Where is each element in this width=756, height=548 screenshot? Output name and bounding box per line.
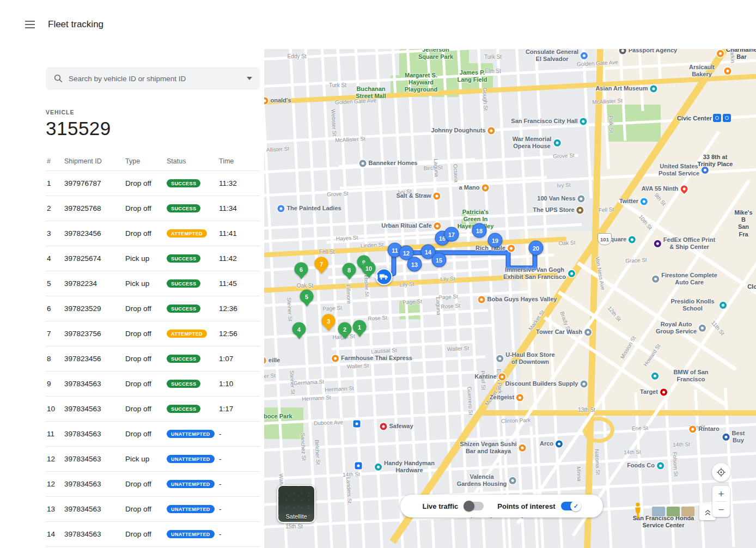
poi-label[interactable]: San Francisco City Hall — [511, 118, 587, 125]
poi-label[interactable]: eille — [264, 357, 280, 364]
poi-label[interactable]: Presidio Knolls School — [668, 298, 727, 312]
poi-label[interactable]: Handy Handyman Hardware — [375, 460, 435, 474]
poi-label[interactable] — [355, 462, 364, 470]
search-input[interactable] — [69, 75, 241, 83]
poi-label[interactable]: Firestone Complete Auto Care — [652, 272, 717, 286]
muni-station-icon[interactable] — [713, 114, 721, 122]
thumbnail-icon[interactable] — [681, 507, 694, 516]
poi-label[interactable]: Passport Agency — [619, 49, 677, 54]
poi-label[interactable]: Zeitgeist — [490, 394, 523, 401]
poi-label[interactable]: Civic Center — [677, 115, 712, 122]
poi-label[interactable]: a Mano — [459, 184, 489, 191]
poi-label[interactable]: Boba Guys Hayes Valley — [478, 296, 557, 303]
stop-marker[interactable]: 3 — [322, 314, 336, 328]
table-row[interactable]: 8 397823456 Drop off SUCCESS 1:07 — [46, 346, 260, 371]
table-row[interactable]: 12 397834563 Drop off UNATTEMPTED - — [46, 471, 260, 496]
poi-label[interactable]: Arsicault Bakery — [682, 64, 731, 78]
stop-marker[interactable]: 15 — [432, 253, 446, 267]
table-row[interactable]: 7 397823756 Drop off ATTEMPTED 12:56 — [46, 321, 260, 346]
stop-marker[interactable]: 6 — [295, 263, 308, 276]
poi-label[interactable]: The UPS Store — [533, 206, 583, 214]
stop-marker[interactable]: 8 — [343, 263, 356, 277]
poi-label[interactable]: War Memorial Opera House — [513, 136, 561, 150]
poi-label[interactable]: Valencia Gardens Housing — [457, 473, 516, 488]
points-of-interest-toggle[interactable]: ✓ — [561, 502, 581, 510]
pegman-control[interactable] — [633, 502, 642, 522]
table-row[interactable]: 5 39782234 Pick up SUCCESS 11:45 — [46, 271, 260, 296]
map[interactable]: Eddy St Turk St Turk St Elm St Golden Ga… — [264, 49, 756, 548]
my-location-button[interactable] — [712, 463, 730, 482]
poi-label[interactable]: Asian Art Museum — [595, 85, 657, 92]
poi-label[interactable]: Buchanan Street Mall — [356, 86, 386, 100]
poi-label[interactable]: Clo — [747, 283, 756, 290]
poi-label[interactable]: Rintaro — [689, 425, 720, 433]
stop-marker[interactable]: 19 — [489, 234, 502, 247]
stop-marker[interactable]: 10 — [362, 261, 376, 275]
table-row[interactable]: 9 397834563 Drop off SUCCESS 1:10 — [46, 371, 260, 396]
poi-label[interactable]: Tower Car Wash — [536, 328, 592, 336]
stop-marker[interactable]: 7 — [315, 257, 328, 271]
poi-label[interactable]: Mike's B San Fra — [734, 209, 752, 238]
poi-label[interactable]: Safeway — [380, 423, 413, 430]
poi-label[interactable]: The Painted Ladies — [277, 205, 341, 212]
poi-label[interactable]: Banneker Homes — [359, 160, 418, 167]
poi-label[interactable]: Duboce Park — [264, 413, 292, 420]
stop-marker[interactable]: 18 — [473, 224, 486, 238]
poi-label[interactable]: onald's — [264, 97, 291, 104]
poi-label[interactable]: Immersive Van Gogh Exhibit San Francisco — [503, 266, 575, 281]
menu-button[interactable] — [25, 20, 38, 29]
satellite-toggle[interactable]: Satellite — [277, 485, 315, 523]
poi-label[interactable]: Shizen Vegan Sushi Bar and Izakaya — [460, 441, 526, 455]
poi-label[interactable]: Royal Auto Group Service — [656, 321, 706, 335]
poi-label[interactable]: Charmaine Bar — [717, 49, 756, 60]
stop-marker[interactable]: 13 — [408, 258, 422, 271]
table-row[interactable]: 10 397834563 Drop off SUCCESS 1:17 — [46, 396, 260, 421]
search-box[interactable] — [46, 67, 260, 90]
table-row[interactable]: 6 397823529 Drop off SUCCESS 12:36 — [46, 296, 260, 321]
poi-label[interactable]: FedEx Office Print & Ship Center — [654, 236, 715, 251]
stop-marker[interactable]: 4 — [292, 322, 306, 336]
poi-label[interactable]: 100 Van Ness — [537, 195, 584, 202]
live-traffic-toggle[interactable] — [464, 502, 484, 510]
poi-label[interactable]: Twitter — [619, 198, 648, 205]
table-row[interactable]: 1 397976787 Drop off SUCCESS 11:32 — [46, 171, 260, 196]
table-row[interactable]: 13 397834563 Drop off UNATTEMPTED - — [46, 496, 260, 521]
zoom-in-button[interactable]: + — [712, 486, 730, 501]
stop-marker[interactable]: 5 — [300, 290, 314, 303]
stop-marker[interactable]: 17 — [445, 228, 459, 241]
imagery-thumbnails[interactable] — [652, 507, 694, 516]
poi-label[interactable]: Target — [640, 388, 667, 395]
table-row[interactable]: 3 397823456 Drop off ATTEMPTED 11:41 — [46, 221, 260, 246]
poi-label[interactable]: Margaret S. Hayward Playground — [405, 72, 438, 94]
zoom-out-button[interactable]: − — [712, 502, 730, 517]
table-row[interactable]: 12 397834563 Pick up UNATTEMPTED - — [46, 446, 260, 471]
table-row[interactable]: 14 397834563 Drop off UNATTEMPTED - — [46, 521, 260, 546]
poi-label[interactable]: Urban Ritual Cafe — [381, 222, 441, 229]
poi-label[interactable]: Discount Builders Supply — [505, 380, 588, 387]
poi-label[interactable]: Arco — [540, 440, 563, 447]
poi-label[interactable]: Jefferson Square Park — [418, 49, 453, 60]
vehicle-marker[interactable] — [376, 269, 393, 285]
stop-marker[interactable]: 1 — [353, 320, 367, 334]
poi-label[interactable]: Johnny Doughnuts — [431, 127, 495, 134]
chevron-down-icon[interactable] — [247, 77, 252, 80]
stop-marker[interactable]: 2 — [338, 322, 352, 336]
bart-station-icon[interactable] — [723, 114, 731, 122]
poi-label[interactable]: AVA 55 Ninth — [642, 185, 688, 192]
poi-label[interactable]: Consulate General El Salvador — [526, 49, 588, 63]
thumbnail-icon[interactable] — [652, 507, 665, 516]
poi-label[interactable]: Farmhouse Thai Express — [332, 355, 412, 362]
table-row[interactable]: 11 397834563 Drop off UNATTEMPTED - — [46, 421, 260, 446]
poi-label[interactable]: Best Buy — [723, 430, 745, 444]
poi-label[interactable]: U-Haul Box Store of Downtown — [496, 351, 554, 366]
poi-label[interactable]: James P. Lang Field — [458, 69, 487, 83]
stop-marker[interactable]: 20 — [529, 241, 543, 255]
poi-label[interactable]: Salt & Straw — [396, 192, 440, 199]
table-row[interactable]: 4 397825674 Pick up SUCCESS 11:42 — [46, 246, 260, 271]
poi-label[interactable]: Foods Co — [627, 462, 664, 469]
poi-label[interactable]: Kantine — [474, 373, 505, 380]
poi-label[interactable] — [353, 421, 363, 428]
table-row[interactable]: 2 397825768 Drop off SUCCESS 11:34 — [46, 196, 260, 221]
poi-label[interactable]: 33 8th at Trinity Place — [695, 154, 736, 168]
poi-label[interactable]: BMW of San Francisco — [651, 369, 721, 383]
